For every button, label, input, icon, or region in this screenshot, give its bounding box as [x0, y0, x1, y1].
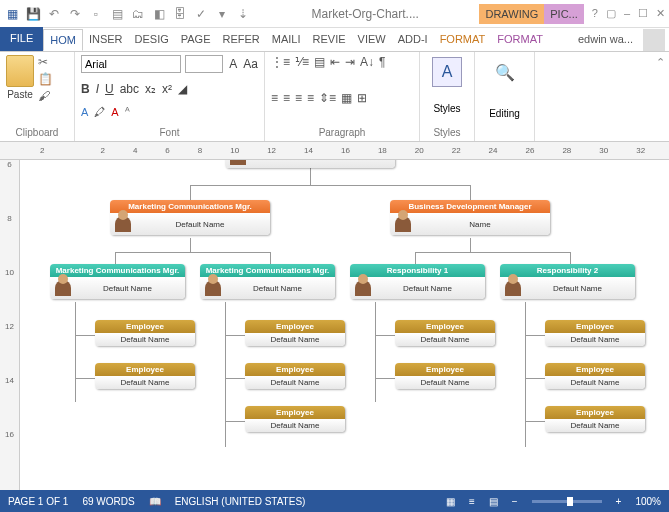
increase-indent-icon[interactable]: ⇥ — [345, 55, 355, 69]
org-node[interactable]: Marketing Communications Mgr. Default Na… — [110, 200, 270, 235]
save-icon[interactable]: 💾 — [25, 6, 41, 22]
review-tab[interactable]: REVIE — [307, 29, 352, 51]
qat-more-icon[interactable]: ⇣ — [235, 6, 251, 22]
zoom-in-icon[interactable]: + — [616, 496, 622, 507]
language[interactable]: ENGLISH (UNITED STATES) — [175, 496, 306, 507]
org-node-employee[interactable]: Employee Default Name — [95, 363, 195, 389]
picture-tools-tab[interactable]: PIC... — [544, 4, 584, 24]
org-node-employee[interactable]: Employee Default Name — [545, 406, 645, 432]
page-layout-tab[interactable]: PAGE — [175, 29, 217, 51]
horizontal-ruler[interactable]: 224681012141618202224262830323436384042 — [0, 142, 669, 160]
clear-format-icon[interactable]: ◢ — [178, 82, 187, 96]
org-node[interactable]: Business Development Manager Name — [390, 200, 550, 235]
change-case-icon[interactable]: Aa — [243, 55, 258, 73]
italic-button[interactable]: I — [96, 82, 99, 96]
bullets-icon[interactable]: ⋮≡ — [271, 55, 290, 69]
qat-icon[interactable]: ▾ — [214, 6, 230, 22]
qat-icon[interactable]: ▫ — [88, 6, 104, 22]
minimize-icon[interactable]: – — [624, 7, 630, 20]
sort-icon[interactable]: A↓ — [360, 55, 374, 69]
org-node-employee[interactable]: Employee Default Name — [395, 363, 495, 389]
copy-icon[interactable]: 📋 — [38, 72, 53, 86]
strikethrough-button[interactable]: abc — [120, 82, 139, 96]
org-node-employee[interactable]: Employee Default Name — [245, 363, 345, 389]
qat-icon[interactable]: ◧ — [151, 6, 167, 22]
org-node[interactable]: Responsibility 2 Default Name — [500, 264, 635, 299]
superscript-button[interactable]: x² — [162, 82, 172, 96]
document-page[interactable]: Default Name Marketing Communications Mg… — [20, 160, 669, 490]
redo-icon[interactable]: ↷ — [67, 6, 83, 22]
ribbon-options-icon[interactable]: ▢ — [606, 7, 616, 20]
org-node-top[interactable]: Default Name — [225, 160, 395, 168]
qat-icon[interactable]: 🗄 — [172, 6, 188, 22]
format-drawing-tab[interactable]: FORMAT — [434, 29, 492, 51]
font-color-icon[interactable]: A — [111, 106, 118, 118]
font-size-input[interactable] — [185, 55, 223, 73]
zoom-slider[interactable] — [532, 500, 602, 503]
find-icon[interactable]: 🔍 — [490, 57, 520, 87]
insert-tab[interactable]: INSER — [83, 29, 129, 51]
print-layout-icon[interactable]: ≡ — [469, 496, 475, 507]
spell-check-icon[interactable]: 📖 — [149, 496, 161, 507]
bold-button[interactable]: B — [81, 82, 90, 96]
view-tab[interactable]: VIEW — [352, 29, 392, 51]
text-effects-icon[interactable]: A — [81, 106, 88, 118]
help-icon[interactable]: ? — [592, 7, 598, 20]
numbering-icon[interactable]: ⅟≡ — [295, 55, 309, 69]
qat-icon[interactable]: ✓ — [193, 6, 209, 22]
org-node[interactable]: Responsibility 1 Default Name — [350, 264, 485, 299]
avatar-icon — [205, 280, 221, 296]
org-node-employee[interactable]: Employee Default Name — [395, 320, 495, 346]
qat-icon[interactable]: ▤ — [109, 6, 125, 22]
addins-tab[interactable]: ADD-I — [392, 29, 434, 51]
font-name-input[interactable] — [81, 55, 181, 73]
file-tab[interactable]: FILE — [0, 27, 43, 51]
paste-button[interactable]: Paste — [6, 55, 34, 103]
vertical-ruler[interactable]: 6810121416 — [0, 160, 20, 490]
org-node-employee[interactable]: Employee Default Name — [545, 363, 645, 389]
show-marks-icon[interactable]: ¶ — [379, 55, 385, 69]
org-node[interactable]: Marketing Communications Mgr. Default Na… — [50, 264, 185, 299]
zoom-level[interactable]: 100% — [635, 496, 661, 507]
align-right-icon[interactable]: ≡ — [295, 91, 302, 105]
justify-icon[interactable]: ≡ — [307, 91, 314, 105]
drawing-tools-tab[interactable]: DRAWING — [479, 4, 544, 24]
underline-button[interactable]: U — [105, 82, 114, 96]
maximize-icon[interactable]: ☐ — [638, 7, 648, 20]
shrink-font-icon[interactable]: ᴬ — [125, 105, 130, 118]
user-avatar[interactable] — [643, 29, 665, 51]
org-node[interactable]: Marketing Communications Mgr. Default Na… — [200, 264, 335, 299]
org-node-employee[interactable]: Employee Default Name — [545, 320, 645, 346]
design-tab[interactable]: DESIG — [129, 29, 175, 51]
read-mode-icon[interactable]: ▦ — [446, 496, 455, 507]
highlight-icon[interactable]: 🖍 — [94, 106, 105, 118]
mailings-tab[interactable]: MAILI — [266, 29, 307, 51]
borders-icon[interactable]: ⊞ — [357, 91, 367, 105]
org-node-employee[interactable]: Employee Default Name — [95, 320, 195, 346]
collapse-ribbon-icon[interactable]: ⌃ — [535, 52, 669, 141]
styles-icon[interactable]: A — [432, 57, 462, 87]
org-node-employee[interactable]: Employee Default Name — [245, 406, 345, 432]
multilevel-icon[interactable]: ▤ — [314, 55, 325, 69]
page-count[interactable]: PAGE 1 OF 1 — [8, 496, 68, 507]
shading-icon[interactable]: ▦ — [341, 91, 352, 105]
cut-icon[interactable]: ✂ — [38, 55, 53, 69]
undo-icon[interactable]: ↶ — [46, 6, 62, 22]
format-painter-icon[interactable]: 🖌 — [38, 89, 53, 103]
qat-icon[interactable]: 🗂 — [130, 6, 146, 22]
decrease-indent-icon[interactable]: ⇤ — [330, 55, 340, 69]
home-tab[interactable]: HOM — [43, 29, 83, 51]
grow-font-icon[interactable]: A — [227, 55, 239, 73]
subscript-button[interactable]: x₂ — [145, 82, 156, 96]
align-left-icon[interactable]: ≡ — [271, 91, 278, 105]
word-count[interactable]: 69 WORDS — [82, 496, 134, 507]
close-icon[interactable]: ✕ — [656, 7, 665, 20]
align-center-icon[interactable]: ≡ — [283, 91, 290, 105]
web-layout-icon[interactable]: ▤ — [489, 496, 498, 507]
org-node-employee[interactable]: Employee Default Name — [245, 320, 345, 346]
format-picture-tab[interactable]: FORMAT — [491, 29, 549, 51]
user-name[interactable]: edwin wa... — [572, 29, 639, 51]
references-tab[interactable]: REFER — [217, 29, 266, 51]
line-spacing-icon[interactable]: ⇕≡ — [319, 91, 336, 105]
zoom-out-icon[interactable]: − — [512, 496, 518, 507]
